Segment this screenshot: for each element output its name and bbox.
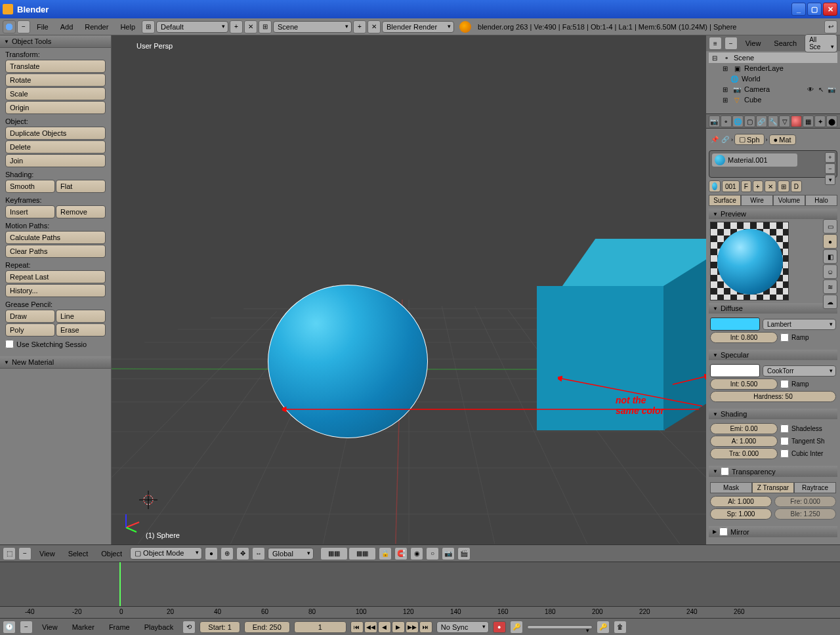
type-halo-tab[interactable]: Halo bbox=[805, 195, 837, 206]
window-maximize-button[interactable]: ▢ bbox=[807, 3, 822, 16]
editor-type-icon[interactable] bbox=[3, 20, 16, 33]
start-frame-field[interactable]: Start: 1 bbox=[200, 621, 240, 633]
preview-flat-icon[interactable]: ▭ bbox=[823, 219, 837, 234]
orientation-dropdown[interactable]: Global bbox=[268, 548, 314, 560]
key-delete-icon[interactable]: 🗑 bbox=[614, 621, 627, 634]
translucency-field[interactable]: Tra: 0.000 bbox=[710, 448, 778, 459]
renderable-icon[interactable]: 📷 bbox=[827, 85, 836, 94]
material-slot-list[interactable]: Material.001 + − ▾ bbox=[709, 150, 837, 178]
slot-menu-icon[interactable]: ▾ bbox=[825, 174, 835, 185]
disclosure-icon[interactable]: ⊞ bbox=[721, 95, 730, 104]
render-preview-icon[interactable]: 📷 bbox=[442, 547, 455, 560]
material-slot-item[interactable]: Material.001 bbox=[712, 154, 797, 167]
pin-icon[interactable]: 📌 bbox=[710, 135, 719, 144]
history-button[interactable]: History... bbox=[5, 284, 106, 297]
mat-fake-user-button[interactable]: F bbox=[741, 180, 751, 192]
flat-button[interactable]: Flat bbox=[56, 180, 106, 193]
alpha-field[interactable]: Al: 1.000 bbox=[710, 496, 772, 507]
mat-node-icon[interactable]: ⊞ bbox=[778, 180, 789, 192]
mirror-checkbox[interactable] bbox=[719, 527, 728, 536]
cubic-checkbox[interactable]: Cubic Inter bbox=[780, 449, 836, 458]
gp-line-button[interactable]: Line bbox=[56, 310, 106, 323]
gp-erase-button[interactable]: Erase bbox=[56, 323, 106, 337]
play-reverse-icon[interactable]: ◀ bbox=[378, 621, 391, 633]
blend-field[interactable]: Ble: 1.250 bbox=[774, 508, 836, 520]
add-menu[interactable]: Add bbox=[55, 21, 79, 33]
current-frame-field[interactable]: 1 bbox=[294, 621, 346, 633]
proportional-icon[interactable]: ○ bbox=[426, 547, 439, 560]
transp-ztransp-tab[interactable]: Z Transpar bbox=[752, 482, 794, 493]
scene-add-icon[interactable]: + bbox=[353, 20, 366, 33]
back-to-previous-icon[interactable]: ↩ bbox=[824, 20, 837, 33]
lock-camera-icon[interactable]: 🔒 bbox=[379, 547, 392, 560]
delete-button[interactable]: Delete bbox=[5, 140, 106, 154]
keying-set-icon[interactable]: 🔑 bbox=[510, 621, 523, 634]
outliner-renderlayer-item[interactable]: ⊞ ▣ RenderLaye bbox=[709, 63, 837, 73]
keyframe-prev-icon[interactable]: ◀◀ bbox=[364, 621, 377, 633]
range-icon[interactable]: ⟲ bbox=[182, 621, 196, 634]
layers-group1[interactable]: ▦▦ bbox=[320, 547, 348, 560]
transparency-section-header[interactable]: Transparency bbox=[709, 466, 837, 477]
tab-texture[interactable]: ▦ bbox=[803, 115, 814, 127]
ambient-field[interactable]: A: 1.000 bbox=[710, 436, 778, 447]
mirror-section-header[interactable]: Mirror bbox=[709, 526, 837, 537]
timeline-frame-menu[interactable]: Frame bbox=[104, 621, 135, 633]
tab-constraints[interactable]: 🔗 bbox=[756, 115, 767, 127]
snap-icon[interactable]: 🧲 bbox=[394, 547, 408, 560]
join-button[interactable]: Join bbox=[5, 154, 106, 167]
tab-render[interactable]: 📷 bbox=[709, 115, 720, 127]
disclosure-icon[interactable]: ⊟ bbox=[710, 53, 719, 62]
3dview-collapse-icon[interactable]: − bbox=[18, 547, 32, 560]
timeline-playback-menu[interactable]: Playback bbox=[139, 621, 179, 633]
fresnel-field[interactable]: Fre: 0.000 bbox=[774, 496, 836, 507]
selectable-icon[interactable]: ↖ bbox=[816, 85, 826, 94]
outliner-search-menu[interactable]: Search bbox=[768, 37, 802, 49]
insert-keyframe-button[interactable]: Insert bbox=[5, 205, 55, 218]
specular-intensity-field[interactable]: Int: 0.500 bbox=[710, 379, 778, 390]
window-minimize-button[interactable]: _ bbox=[791, 3, 806, 16]
keying-set-dropdown[interactable] bbox=[527, 625, 593, 629]
mat-add-icon[interactable]: + bbox=[753, 180, 763, 192]
diffuse-intensity-field[interactable]: Int: 0.800 bbox=[710, 332, 778, 343]
sketching-checkbox[interactable] bbox=[5, 340, 14, 348]
hardness-field[interactable]: Hardness: 50 bbox=[710, 391, 836, 402]
outliner-world-item[interactable]: 🌐 World bbox=[709, 73, 837, 84]
preview-section-header[interactable]: Preview bbox=[709, 209, 837, 219]
transp-raytrace-tab[interactable]: Raytrace bbox=[794, 482, 836, 493]
3dview-editor-icon[interactable]: ⬚ bbox=[3, 547, 16, 560]
type-wire-tab[interactable]: Wire bbox=[741, 195, 773, 206]
smooth-button[interactable]: Smooth bbox=[5, 180, 55, 193]
keyframe-next-icon[interactable]: ▶▶ bbox=[406, 621, 419, 633]
tab-physics[interactable]: ⬤ bbox=[826, 115, 837, 127]
jump-end-icon[interactable]: ⏭ bbox=[419, 621, 432, 633]
diffuse-section-header[interactable]: Diffuse bbox=[709, 303, 837, 314]
gp-draw-button[interactable]: Draw bbox=[5, 310, 55, 323]
timeline-ruler[interactable]: -40-200204060801001201401601802002202402… bbox=[0, 606, 840, 618]
disclosure-icon[interactable]: ⊞ bbox=[721, 85, 730, 94]
collapse-menu-icon[interactable]: − bbox=[17, 20, 30, 33]
specular-color-swatch[interactable] bbox=[710, 364, 760, 377]
tangent-checkbox[interactable]: Tangent Sh bbox=[780, 437, 836, 445]
new-material-header[interactable]: New Material bbox=[0, 356, 111, 369]
diffuse-color-swatch[interactable] bbox=[710, 318, 760, 331]
end-frame-field[interactable]: End: 250 bbox=[244, 621, 290, 633]
jump-start-icon[interactable]: ⏮ bbox=[350, 621, 364, 633]
layout-add-icon[interactable]: + bbox=[230, 20, 243, 33]
timeline-editor-icon[interactable]: 🕐 bbox=[3, 621, 16, 634]
translate-button[interactable]: Translate bbox=[5, 60, 106, 73]
playhead[interactable] bbox=[119, 562, 121, 606]
layers-group2[interactable]: ▦▦ bbox=[348, 547, 376, 560]
outliner-cube-item[interactable]: ⊞ ▽ Cube bbox=[709, 94, 837, 105]
mat-users-field[interactable]: 001 bbox=[722, 180, 740, 192]
viewport-shading-icon[interactable]: ● bbox=[205, 547, 218, 560]
preview-hair-icon[interactable]: ≋ bbox=[823, 279, 837, 294]
origin-button[interactable]: Origin bbox=[5, 101, 106, 114]
window-close-button[interactable]: ✕ bbox=[823, 3, 837, 16]
shadeless-checkbox[interactable]: Shadeless bbox=[780, 424, 836, 433]
diffuse-ramp-checkbox[interactable]: Ramp bbox=[780, 333, 836, 342]
file-menu[interactable]: File bbox=[32, 21, 54, 33]
tab-data[interactable]: ▽ bbox=[779, 115, 790, 127]
mode-dropdown[interactable]: ▢ Object Mode bbox=[130, 547, 202, 560]
mat-link-dropdown[interactable]: D bbox=[791, 180, 802, 192]
tab-object[interactable]: ▢ bbox=[744, 115, 755, 127]
